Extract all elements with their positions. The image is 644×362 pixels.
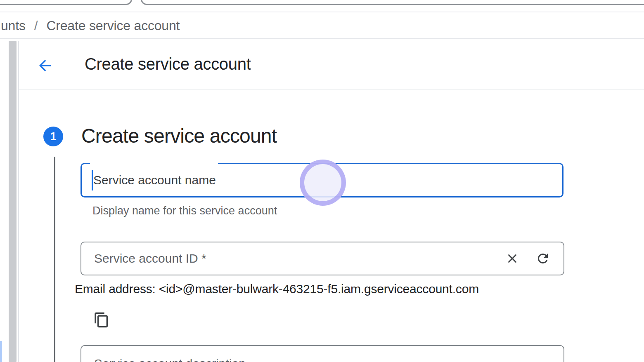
- page-title: Create service account: [85, 55, 251, 73]
- header-divider: [19, 89, 644, 90]
- text-caret: [92, 170, 93, 190]
- step-1-badge: 1: [43, 127, 63, 146]
- breadcrumb: unts / Create service account: [1, 18, 180, 33]
- service-account-name-label: Service account name: [82, 173, 216, 187]
- browser-tab-left[interactable]: [0, 0, 132, 5]
- toolbar-divider: [0, 12, 644, 12]
- browser-tab-right[interactable]: [141, 0, 644, 5]
- service-account-id-placeholder: Service account ID *: [81, 252, 206, 266]
- outline-label-notch: [90, 163, 218, 164]
- email-address-hint: Email address: <id>@master-bulwark-46321…: [75, 282, 479, 296]
- focus-sliver: [0, 341, 2, 362]
- breadcrumb-separator: /: [34, 18, 38, 33]
- step-number: 1: [50, 130, 56, 143]
- breadcrumb-item-current: Create service account: [46, 18, 180, 33]
- service-account-name-input[interactable]: Service account name: [80, 163, 564, 197]
- step-connector-line: [54, 157, 55, 362]
- arrow-back-icon: [36, 57, 54, 74]
- service-account-description-input[interactable]: Service account description: [80, 345, 564, 362]
- regenerate-id-button[interactable]: [535, 250, 551, 267]
- step-title: Create service account: [81, 125, 277, 147]
- create-service-account-page: unts / Create service account Create ser…: [0, 0, 644, 362]
- close-icon: [505, 251, 520, 266]
- name-helper-text: Display name for this service account: [92, 205, 277, 217]
- vertical-scrollbar[interactable]: [9, 41, 17, 362]
- back-button[interactable]: [36, 57, 54, 74]
- refresh-icon: [535, 251, 550, 266]
- breadcrumb-divider: [0, 38, 644, 39]
- breadcrumb-item-service-accounts-truncated[interactable]: unts: [1, 18, 26, 33]
- service-account-description-placeholder: Service account description: [81, 346, 246, 362]
- service-account-id-input[interactable]: Service account ID *: [80, 242, 564, 275]
- copy-email-button[interactable]: [93, 311, 111, 329]
- clear-id-button[interactable]: [504, 250, 521, 267]
- content-copy-icon: [93, 312, 111, 328]
- panel-edge-divider: [18, 41, 19, 362]
